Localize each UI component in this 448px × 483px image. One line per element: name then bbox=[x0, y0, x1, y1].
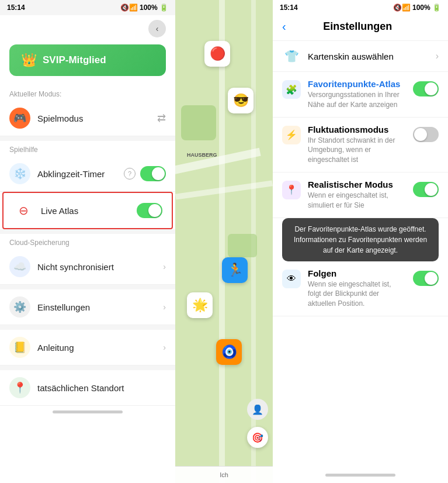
folgen-icon: 👁 bbox=[282, 270, 301, 288]
nicht-sync-icon: ☁️ bbox=[9, 256, 30, 277]
settings-item-fluktuationsmodus[interactable]: ⚡ Fluktuationsmodus Ihr Standort schwank… bbox=[273, 118, 448, 172]
standort-item[interactable]: 📍 tatsächlichen Standort bbox=[0, 370, 175, 406]
left-status-time: 15:14 bbox=[7, 4, 25, 12]
favoritenpunkte-icon: 🧩 bbox=[282, 80, 301, 99]
map-app-icon-5: 🏃 bbox=[222, 257, 248, 283]
skin-chevron: › bbox=[436, 51, 439, 61]
map-app-icon-4: 🧿 bbox=[216, 339, 242, 365]
abkling-toggle[interactable] bbox=[140, 166, 166, 181]
map-label-hausber: HAUSBERG bbox=[187, 152, 217, 158]
favoritenpunkte-desc: Versorgungsstationen in Ihrer Nähe auf d… bbox=[308, 90, 406, 110]
spacer-3 bbox=[0, 285, 175, 289]
live-atlas-toggle-knob bbox=[148, 204, 161, 217]
live-atlas-icon: ⊖ bbox=[13, 200, 34, 221]
abkling-item[interactable]: ❄️ Abklingzeit-Timer ? bbox=[0, 156, 175, 192]
standort-icon: 📍 bbox=[9, 377, 30, 398]
settings-item-folgen[interactable]: 👁 Folgen Wenn sie eingeschaltet ist, fol… bbox=[273, 261, 448, 316]
skin-row[interactable]: 👕 Kartenskin auswählen › bbox=[273, 41, 448, 72]
left-status-bar: 15:14 🔇📶 100% 🔋 bbox=[0, 0, 175, 15]
help-icon[interactable]: ? bbox=[124, 168, 136, 180]
left-panel: 15:14 🔇📶 100% 🔋 ‹ 👑 SVIP-Mitglied Aktuel… bbox=[0, 0, 175, 483]
favoritenpunkte-toggle[interactable] bbox=[413, 81, 439, 96]
settings-item-realistischer[interactable]: 📍 Realistischer Modus Wenn er eingeschal… bbox=[273, 172, 448, 218]
right-home-indicator bbox=[325, 474, 395, 477]
realistischer-toggle[interactable] bbox=[413, 182, 439, 197]
einstellungen-icon: ⚙️ bbox=[9, 296, 30, 318]
map-app-icon-2: 😎 bbox=[228, 88, 253, 113]
spacer-1 bbox=[0, 136, 175, 141]
live-atlas-label: Live Atlas bbox=[41, 206, 130, 216]
map-locate-button[interactable]: 🎯 bbox=[247, 427, 268, 448]
right-content: 👕 Kartenskin auswählen › 🧩 Favoritenpunk… bbox=[273, 41, 448, 469]
left-status-icons: 🔇📶 100% 🔋 bbox=[120, 4, 168, 12]
map-green-2 bbox=[228, 234, 257, 257]
svip-banner[interactable]: 👑 SVIP-Mitglied bbox=[9, 44, 166, 76]
einstellungen-item[interactable]: ⚙️ Einstellungen › bbox=[0, 289, 175, 325]
folgen-desc: Wenn sie eingeschaltet ist, folgt der Bl… bbox=[308, 280, 406, 309]
map-app-icon-3: 🌟 bbox=[187, 292, 213, 318]
map-app-icon-1: 🔴 bbox=[204, 41, 230, 67]
abkling-label: Abklingzeit-Timer bbox=[37, 169, 117, 179]
nicht-sync-chevron: › bbox=[163, 262, 166, 271]
crown-icon: 👑 bbox=[21, 53, 37, 68]
realistischer-title: Realistischer Modus bbox=[308, 180, 406, 189]
right-status-icons: 🔇📶 100% 🔋 bbox=[393, 4, 441, 12]
cloud-section-label: Cloud-Speicherung bbox=[0, 234, 175, 249]
realistischer-desc: Wenn er eingeschaltet ist, simuliert er … bbox=[308, 191, 406, 211]
mode-section-label: Aktueller Modus: bbox=[0, 85, 175, 101]
hilfe-section-label: Spielhilfe bbox=[0, 141, 175, 156]
right-bottom-bar bbox=[273, 469, 448, 483]
anleitung-item[interactable]: 📒 Anleitung › bbox=[0, 330, 175, 365]
map-tab-ich: Ich bbox=[220, 471, 228, 478]
left-back-button[interactable]: ‹ bbox=[148, 20, 166, 37]
abkling-icon: ❄️ bbox=[9, 163, 30, 184]
map-green-1 bbox=[181, 105, 216, 140]
left-home-indicator bbox=[53, 410, 123, 413]
anleitung-chevron: › bbox=[163, 343, 166, 352]
tooltip-box: Der Favoritenpunkte-Atlas wurde geöffnet… bbox=[282, 218, 439, 261]
live-atlas-item[interactable]: ⊖ Live Atlas bbox=[2, 192, 173, 229]
back-button-row: ‹ bbox=[0, 15, 175, 40]
fluktuationsmodus-icon: ⚡ bbox=[282, 126, 301, 144]
skin-label: Kartenskin auswählen bbox=[308, 51, 429, 61]
favoritenpunkte-title: Favoritenpunkte-Atlas bbox=[308, 79, 406, 89]
right-header: ‹ Einstellungen bbox=[273, 15, 448, 41]
nicht-sync-item[interactable]: ☁️ Nicht synchronisiert › bbox=[0, 249, 175, 285]
standort-label: tatsächlichen Standort bbox=[37, 383, 166, 393]
middle-map: 🔴 😎 🌟 🧿 🏃 HAUSBERG 👤 🎯 Ich bbox=[175, 0, 273, 483]
map-road-v bbox=[219, 0, 225, 483]
right-status-time: 15:14 bbox=[280, 4, 298, 12]
nicht-sync-label: Nicht synchronisiert bbox=[37, 262, 156, 272]
fluktuationsmodus-title: Fluktuationsmodus bbox=[308, 125, 406, 134]
folgen-toggle[interactable] bbox=[413, 271, 439, 286]
right-panel: 15:14 🔇📶 100% 🔋 ‹ Einstellungen 👕 Karten… bbox=[273, 0, 448, 483]
map-avatar-button[interactable]: 👤 bbox=[247, 399, 268, 420]
spielmodus-icon: 🎮 bbox=[9, 108, 30, 129]
spacer-4 bbox=[0, 325, 175, 330]
einstellungen-label: Einstellungen bbox=[37, 302, 156, 312]
einstellungen-chevron: › bbox=[163, 302, 166, 312]
skin-shirt-icon: 👕 bbox=[282, 49, 301, 63]
fluktuationsmodus-desc: Ihr Standort schwankt in der Umgebung, w… bbox=[308, 136, 406, 165]
right-title: Einstellungen bbox=[291, 20, 425, 33]
right-back-button[interactable]: ‹ bbox=[282, 20, 286, 33]
spacer-2 bbox=[0, 229, 175, 234]
right-status-bar: 15:14 🔇📶 100% 🔋 bbox=[273, 0, 448, 15]
abkling-toggle-knob bbox=[152, 167, 165, 180]
left-content: ‹ 👑 SVIP-Mitglied Aktueller Modus: 🎮 Spi… bbox=[0, 15, 175, 483]
settings-item-favoritenpunkte[interactable]: 🧩 Favoritenpunkte-Atlas Versorgungsstati… bbox=[273, 72, 448, 118]
anleitung-icon: 📒 bbox=[9, 337, 30, 358]
left-bottom-bar bbox=[0, 406, 175, 420]
spacer-5 bbox=[0, 365, 175, 370]
spielmodus-switch-icon: ⇄ bbox=[157, 112, 166, 125]
map-bottom-tab[interactable]: Ich bbox=[175, 466, 273, 483]
spielmodus-label: Spielmodus bbox=[37, 113, 150, 123]
fluktuationsmodus-toggle[interactable] bbox=[413, 127, 439, 142]
folgen-title: Folgen bbox=[308, 268, 406, 278]
svip-label: SVIP-Mitglied bbox=[43, 54, 106, 66]
live-atlas-toggle[interactable] bbox=[137, 203, 162, 218]
spielmodus-item[interactable]: 🎮 Spielmodus ⇄ bbox=[0, 101, 175, 136]
anleitung-label: Anleitung bbox=[37, 343, 156, 353]
realistischer-icon: 📍 bbox=[282, 181, 301, 199]
